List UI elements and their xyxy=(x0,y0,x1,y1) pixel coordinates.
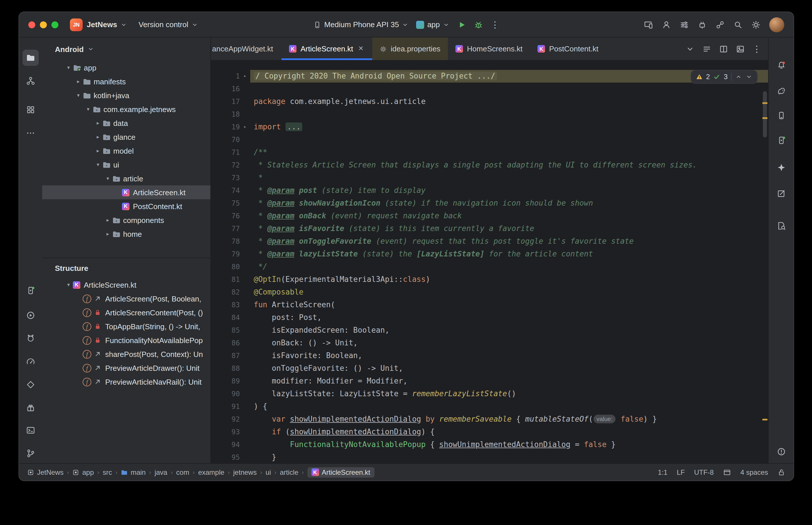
share-link-icon[interactable] xyxy=(715,20,725,29)
tree-chevron-icon[interactable]: ▸ xyxy=(94,134,102,140)
breadcrumb-ui[interactable]: ui xyxy=(266,468,271,476)
code-line-18[interactable]: 18 xyxy=(211,108,768,121)
code-line-87[interactable]: 87 isFavorite: Boolean, xyxy=(211,349,768,362)
more-icon[interactable]: ⋯ xyxy=(23,124,39,140)
code-line-84[interactable]: 84 post: Post, xyxy=(211,311,768,324)
code-line-94[interactable]: 94 FunctionalityNotAvailablePopup { show… xyxy=(211,438,768,451)
code-line-70[interactable]: 70 xyxy=(211,133,768,146)
tree-item-article[interactable]: ▾article xyxy=(42,171,210,185)
status-encoding[interactable]: UTF-8 xyxy=(694,468,714,476)
tree-chevron-icon[interactable]: ▸ xyxy=(103,231,112,237)
editor-scrollbar[interactable] xyxy=(763,91,767,137)
structure-item-previewarticlenavrail[interactable]: fPreviewArticleNavRail(): Unit xyxy=(42,375,210,389)
tree-chevron-icon[interactable]: ▸ xyxy=(94,148,102,154)
line-number-90[interactable]: 90 xyxy=(211,388,240,400)
line-number-95[interactable]: 95 xyxy=(211,451,240,463)
tree-item-data[interactable]: ▸data xyxy=(42,116,210,130)
tree-item-manifests[interactable]: ▸manifests xyxy=(42,75,210,88)
tree-item-app[interactable]: ▾app xyxy=(42,61,210,75)
structure-item-articlescreencontent[interactable]: fArticleScreenContent(Post, () xyxy=(42,305,210,319)
split-editor-icon[interactable] xyxy=(719,44,728,54)
project-widget[interactable]: JetNews xyxy=(87,20,127,29)
code-line-78[interactable]: 78 * @param onToggleFavorite (event) req… xyxy=(211,235,768,248)
commit-icon[interactable] xyxy=(23,73,39,89)
version-control-icon[interactable] xyxy=(23,445,39,462)
tree-chevron-icon[interactable]: ▸ xyxy=(103,217,112,223)
structure-item-previewarticledrawer[interactable]: fPreviewArticleDrawer(): Unit xyxy=(42,361,210,375)
profiler-icon[interactable] xyxy=(23,354,39,370)
running-devices-icon[interactable] xyxy=(773,132,789,148)
editor-tab-anceappwidget-kt[interactable]: anceAppWidget.kt xyxy=(211,38,281,60)
tree-chevron-icon[interactable]: ▾ xyxy=(64,65,73,71)
gemini-icon[interactable] xyxy=(773,160,789,176)
code-line-71[interactable]: 71/** xyxy=(211,146,768,159)
device-selector[interactable]: Medium Phone API 35 xyxy=(313,20,409,29)
line-number-93[interactable]: 93 xyxy=(211,426,240,438)
status-caret-position[interactable]: 1:1 xyxy=(658,468,667,476)
code-line-16[interactable]: 16 xyxy=(211,82,768,95)
project-icon[interactable] xyxy=(23,50,39,66)
layout-preview-icon[interactable] xyxy=(736,44,745,54)
line-number-81[interactable]: 81 xyxy=(211,273,240,286)
line-number-17[interactable]: 17 xyxy=(211,95,240,108)
line-number-73[interactable]: 73 xyxy=(211,171,240,184)
line-number-79[interactable]: 79 xyxy=(211,248,240,260)
code-line-91[interactable]: 91) { xyxy=(211,400,768,413)
code-line-90[interactable]: 90 lazyListState: LazyListState = rememb… xyxy=(211,388,768,400)
code-line-76[interactable]: 76 * @param onBack (event) request navig… xyxy=(211,210,768,222)
code-line-81[interactable]: 81@OptIn(ExperimentalMaterial3Api::class… xyxy=(211,273,768,286)
fold-marker[interactable]: ▸ xyxy=(240,121,250,133)
tree-chevron-icon[interactable]: ▾ xyxy=(64,282,73,288)
code-editor[interactable]: 1▸/ Copyright 2020 The Android Open Sour… xyxy=(211,61,768,463)
line-number-74[interactable]: 74 xyxy=(211,184,240,197)
line-number-71[interactable]: 71 xyxy=(211,146,240,159)
tab-close-icon[interactable] xyxy=(357,44,365,54)
minimize-window-button[interactable] xyxy=(40,21,47,28)
breadcrumb-articlescreen-kt[interactable]: KArticleScreen.kt xyxy=(307,467,374,477)
tree-item-com-example-jetnews[interactable]: ▾com.example.jetnews xyxy=(42,102,210,116)
line-number-89[interactable]: 89 xyxy=(211,375,240,388)
breadcrumb-example[interactable]: example xyxy=(198,468,224,476)
editor-tab-homescreens-kt[interactable]: KHomeScreens.kt xyxy=(448,38,530,60)
settings-icon[interactable] xyxy=(751,20,761,29)
breadcrumb-src[interactable]: src xyxy=(103,468,112,476)
line-number-77[interactable]: 77 xyxy=(211,222,240,235)
vcs-widget[interactable]: Version control xyxy=(139,20,198,29)
plugins-icon[interactable] xyxy=(697,20,707,29)
line-number-76[interactable]: 76 xyxy=(211,210,240,222)
running-devices-icon[interactable] xyxy=(23,282,39,299)
tree-chevron-icon[interactable]: ▾ xyxy=(84,106,92,112)
tree-item-glance[interactable]: ▸glance xyxy=(42,130,210,144)
settings-sliders-icon[interactable] xyxy=(680,20,689,29)
tree-item-home[interactable]: ▸home xyxy=(42,227,210,241)
problems-icon[interactable] xyxy=(773,444,789,460)
code-line-19[interactable]: 19▸import ... xyxy=(211,121,768,133)
app-inspection-icon[interactable] xyxy=(23,377,39,393)
tree-item-model[interactable]: ▸model xyxy=(42,144,210,158)
code-line-72[interactable]: 72 * Stateless Article Screen that displ… xyxy=(211,159,768,171)
previous-problem-icon[interactable] xyxy=(735,73,742,80)
line-number-88[interactable]: 88 xyxy=(211,362,240,375)
breadcrumb-com[interactable]: com xyxy=(176,468,189,476)
line-number-16[interactable]: 16 xyxy=(211,82,240,95)
line-number-82[interactable]: 82 xyxy=(211,286,240,299)
tree-chevron-icon[interactable]: ▸ xyxy=(94,120,102,126)
breadcrumb-article[interactable]: article xyxy=(280,468,298,476)
resource-manager-icon[interactable] xyxy=(23,102,39,118)
line-number-78[interactable]: 78 xyxy=(211,235,240,248)
tree-item-ui[interactable]: ▾ui xyxy=(42,158,210,171)
line-number-1[interactable]: 1 xyxy=(211,70,240,82)
next-problem-icon[interactable] xyxy=(745,73,752,80)
line-number-70[interactable]: 70 xyxy=(211,133,240,146)
fold-marker[interactable]: ▸ xyxy=(240,70,250,82)
code-line-17[interactable]: 17package com.example.jetnews.ui.article xyxy=(211,95,768,108)
breadcrumb-app[interactable]: app xyxy=(73,468,94,476)
inspections-widget[interactable]: 2 3 xyxy=(690,70,758,84)
status-line-separator[interactable]: LF xyxy=(677,468,685,476)
user-avatar[interactable] xyxy=(769,17,784,32)
line-number-18[interactable]: 18 xyxy=(211,108,240,121)
structure-item-topappbar[interactable]: fTopAppBar(String, () -> Unit, xyxy=(42,319,210,333)
code-line-80[interactable]: 80 */ xyxy=(211,260,768,273)
structure-item-articlescreen[interactable]: fArticleScreen(Post, Boolean, xyxy=(42,292,210,305)
code-line-95[interactable]: 95 } xyxy=(211,451,768,463)
